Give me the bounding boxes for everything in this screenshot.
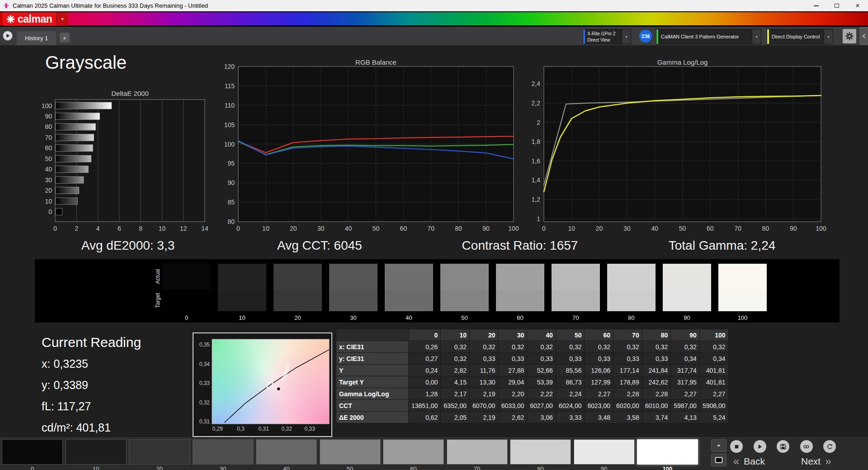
svg-text:10: 10 [568,225,576,232]
table-column-header: 30 [498,329,527,341]
svg-text:0,33: 0,33 [199,380,210,386]
add-tab-button[interactable]: + [60,33,70,43]
svg-text:10: 10 [45,198,52,205]
chevron-down-icon: ▼ [824,29,833,44]
pattern-patch-90[interactable] [574,439,635,465]
stop-icon [733,443,740,450]
table-cell: 178,89 [613,376,642,388]
meter-dropdown[interactable]: X-Rite i1Pro 2 Direct View ▼ [583,29,631,44]
pattern-patch-80[interactable] [510,439,571,465]
play-icon [5,33,10,38]
stat-avg-de2000: Avg dE2000: 3,3 [81,238,175,253]
table-cell: 0,33 [585,353,613,365]
play-button[interactable] [754,440,766,453]
pattern-patch-10[interactable] [66,439,127,465]
svg-text:60: 60 [400,225,407,232]
gamma-chart: 2,42,221,81,61,41,2101020304050607080901… [518,61,844,237]
pattern-patch-0[interactable] [2,439,63,465]
table-cell: 27,88 [498,365,527,376]
svg-text:0,34: 0,34 [199,361,210,367]
cie-chart: 0,350,340,330,320,310,290,30,310,320,33 [193,332,332,437]
pattern-window-icon [715,457,723,463]
page-title: Grayscale [45,52,127,73]
swatch-actual [496,264,544,290]
pattern-window-button[interactable] [711,454,726,466]
grayscale-swatch-50: 50 [440,264,489,322]
table-column-header: 10 [441,329,470,341]
grayscale-swatch-90: 90 [663,264,711,322]
pattern-patch-20[interactable] [129,439,190,465]
restore-button[interactable] [826,0,847,11]
table-cell: 2,17 [441,388,470,400]
swatch-label: 70 [552,314,600,321]
svg-text:90: 90 [227,179,235,186]
save-button[interactable] [777,440,789,453]
table-cell: 3,06 [527,412,556,423]
table-row-label: Gamma Log/Log [336,388,409,400]
table-cell: 0,33 [613,353,642,365]
table-cell: 2,27 [699,388,728,400]
swatch-label: 30 [329,314,377,321]
table-cell: 5987,00 [671,400,700,412]
pattern-patch-50[interactable] [320,439,381,465]
svg-text:0: 0 [48,208,52,215]
pattern-generator-dropdown[interactable]: CalMAN Client 3 Pattern Generator ▼ [656,29,761,44]
table-row: y: CIE310,270,320,330,330,330,330,330,33… [336,353,729,365]
grayscale-swatch-0: 0 [162,264,211,322]
pattern-patch-100[interactable] [637,439,698,465]
svg-text:60: 60 [45,144,52,152]
table-cell: 85,56 [556,365,585,376]
svg-text:0,29: 0,29 [212,426,223,432]
swatch-target [162,290,211,311]
table-cell: 6027,00 [527,400,556,412]
svg-text:10: 10 [262,225,269,232]
collapse-up-button[interactable] [711,439,726,452]
stop-button[interactable] [730,440,743,453]
table-cell: 0,32 [441,341,470,353]
tab-history-1[interactable]: History 1 [17,31,56,45]
svg-text:80: 80 [762,225,769,232]
grayscale-swatch-60: 60 [496,264,544,322]
chevron-down-icon: ▼ [56,12,68,26]
display-control-dropdown[interactable]: Direct Display Control ▼ [767,29,833,44]
loop-button[interactable] [800,440,813,453]
back-button[interactable]: « Back [733,455,765,468]
table-cell: 0,32 [441,353,470,365]
calman-logo-button[interactable]: calman ▼ [2,12,68,26]
collapse-arrow[interactable] [859,27,868,45]
pattern-generator-label: CalMAN Client 3 Pattern Generator [658,29,752,44]
gear-icon[interactable] [843,29,856,43]
svg-text:90: 90 [790,225,797,232]
table-cell: 2,24 [556,388,585,400]
swatch-label: 80 [607,314,656,321]
refresh-button[interactable] [823,440,836,453]
minimize-button[interactable] [806,0,826,11]
svg-text:30: 30 [317,225,325,232]
swatch-actual [552,264,600,290]
svg-text:120: 120 [224,63,235,70]
pattern-patch-30[interactable] [193,439,254,465]
close-button[interactable]: × [847,0,868,11]
pattern-bar: 0102030405060708090100 « Back Next » [0,437,868,470]
svg-text:12: 12 [180,225,187,232]
reading-y: y: 0,3389 [42,379,141,392]
table-cell: 2,28 [642,388,671,400]
svg-text:90: 90 [45,113,52,120]
swatch-target [552,290,600,311]
grayscale-swatch-100: 100 [718,264,767,322]
svg-text:0: 0 [542,225,546,232]
next-button[interactable]: Next » [801,455,831,468]
pattern-patch-60[interactable] [383,439,444,465]
pattern-patch-label: 80 [510,465,571,470]
table-cell: 13,30 [470,376,499,388]
table-cell: 0,27 [409,353,441,365]
table-row: CCT13851,006352,006070,006033,006027,006… [336,400,729,412]
pattern-patch-70[interactable] [447,439,508,465]
svg-text:115: 115 [225,82,235,90]
play-button[interactable] [3,31,13,41]
svg-text:0,31: 0,31 [199,418,210,425]
swatch-target [274,290,322,311]
pattern-patch-40[interactable] [256,439,317,465]
table-cell: 0,34 [699,353,728,365]
table-cell: 0,33 [527,353,556,365]
